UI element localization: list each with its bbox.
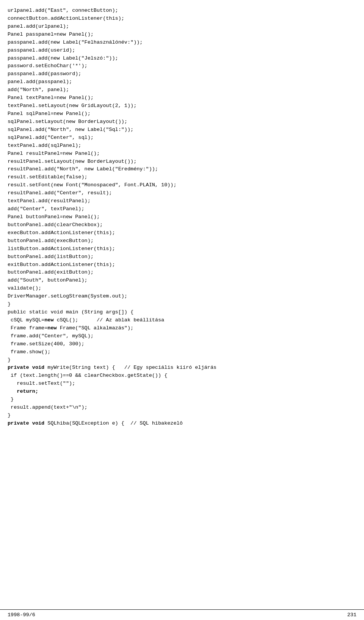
code-line: passpanel.add(new Label("Jelszó:")); — [8, 55, 356, 63]
page-container: urlpanel.add("East", connectButton);conn… — [0, 0, 364, 620]
code-line: } — [8, 412, 356, 420]
code-line: exitButton.addActionListener(this); — [8, 261, 356, 269]
code-line: private void myWrite(String text) { // E… — [8, 364, 356, 372]
code-line: resultPanel.add("Center", result); — [8, 189, 356, 197]
code-line: resultPanel.add("North", new Label("Ered… — [8, 165, 356, 173]
code-line: connectButton.addActionListener(this); — [8, 15, 356, 23]
code-line: listButton.addActionListener(this); — [8, 245, 356, 253]
code-line: DriverManager.setLogStream(System.out); — [8, 293, 356, 301]
code-line: validate(); — [8, 285, 356, 293]
footer-left: 1998-99/6 — [8, 612, 35, 618]
code-line: resultPanel.setLayout(new BorderLayout()… — [8, 158, 356, 166]
code-line: panel.add(passpanel); — [8, 78, 356, 86]
code-line: if (text.length()==0 && clearCheckbox.ge… — [8, 372, 356, 380]
code-line: result.setText(""); — [8, 380, 356, 388]
code-line: execButton.addActionListener(this); — [8, 229, 356, 237]
code-line: panel.add(urlpanel); — [8, 23, 356, 31]
footer-right: 231 — [347, 612, 356, 618]
code-line: Panel resultPanel=new Panel(); — [8, 150, 356, 158]
code-line: Panel passpanel=new Panel(); — [8, 31, 356, 39]
code-line: frame.show(); — [8, 348, 356, 356]
code-line: Panel sqlPanel=new Panel(); — [8, 110, 356, 118]
code-area: urlpanel.add("East", connectButton);conn… — [0, 0, 364, 609]
code-line: password.setEchoChar('*'); — [8, 62, 356, 70]
footer: 1998-99/6 231 — [0, 609, 364, 620]
code-line: passpanel.add(userid); — [8, 47, 356, 55]
code-line: buttonPanel.add(execButton); — [8, 237, 356, 245]
code-line: result.setEditable(false); — [8, 173, 356, 181]
code-line: textPanel.setLayout(new GridLayout(2, 1)… — [8, 102, 356, 110]
code-line: frame.add("Center", mySQL); — [8, 332, 356, 340]
code-line: result.setFont(new Font("Monospaced", Fo… — [8, 181, 356, 189]
code-line: urlpanel.add("East", connectButton); — [8, 7, 356, 15]
code-line: add("Center", textPanel); — [8, 205, 356, 213]
code-line: cSQL mySQL=new cSQL(); // Az ablak beáll… — [8, 316, 356, 324]
code-line: } — [8, 301, 356, 308]
code-line: add("South", buttonPanel); — [8, 277, 356, 285]
code-line: buttonPanel.add(clearCheckbox); — [8, 221, 356, 229]
code-line: frame.setSize(400, 300); — [8, 340, 356, 348]
code-line: sqlPanel.setLayout(new BorderLayout()); — [8, 118, 356, 126]
code-line: return; — [8, 388, 356, 396]
code-line: } — [8, 356, 356, 364]
code-line: sqlPanel.add("North", new Label("Sql:"))… — [8, 126, 356, 134]
code-line: buttonPanel.add(listButton); — [8, 253, 356, 261]
code-line: sqlPanel.add("Center", sql); — [8, 134, 356, 142]
code-line: passpanel.add(new Label("Felhasználónév:… — [8, 39, 356, 47]
code-line: textPanel.add(resultPanel); — [8, 197, 356, 205]
code-line: result.append(text+"\n"); — [8, 404, 356, 412]
code-line: private void SQLhiba(SQLException e) { /… — [8, 420, 356, 428]
code-line: } — [8, 396, 356, 404]
code-line: textPanel.add(sqlPanel); — [8, 142, 356, 150]
code-line: passpanel.add(password); — [8, 70, 356, 78]
code-line: Frame frame=new Frame("SQL alkalmazás"); — [8, 324, 356, 332]
code-line: Panel buttonPanel=new Panel(); — [8, 213, 356, 221]
code-line: public static void main (String args[]) … — [8, 308, 356, 316]
code-line: add("North", panel); — [8, 86, 356, 94]
code-line: Panel textPanel=new Panel(); — [8, 94, 356, 102]
code-line: buttonPanel.add(exitButton); — [8, 269, 356, 277]
